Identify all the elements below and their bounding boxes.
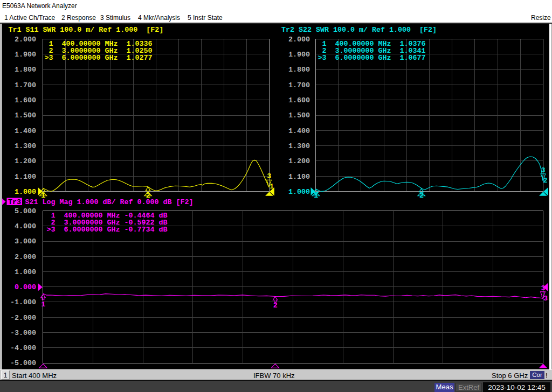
svg-text:-5.000: -5.000: [10, 359, 36, 367]
svg-text:4.000: 4.000: [15, 222, 36, 230]
svg-text:S21 Log Mag 1.000 dB/ Ref 0.00: S21 Log Mag 1.000 dB/ Ref 0.000 dB [F2]: [25, 198, 194, 206]
svg-text:0.000: 0.000: [15, 283, 36, 291]
svg-text:1.100: 1.100: [15, 173, 36, 181]
svg-text:>3 6.0000000 GHz -0.7734 dB: >3 6.0000000 GHz -0.7734 dB: [47, 226, 168, 234]
svg-text:1.000: 1.000: [15, 268, 36, 276]
svg-text:1.900: 1.900: [288, 51, 310, 59]
svg-text:>3 6.0000000 GHz 1.0677: >3 6.0000000 GHz 1.0677: [318, 54, 426, 62]
svg-text:2.000: 2.000: [288, 36, 310, 44]
svg-text:1.800: 1.800: [288, 66, 310, 74]
svg-text:-3.000: -3.000: [10, 329, 36, 337]
svg-text:>3 6.0000000 GHz 1.0277: >3 6.0000000 GHz 1.0277: [45, 54, 153, 62]
svg-text:1.400: 1.400: [288, 127, 310, 135]
svg-text:1.900: 1.900: [15, 51, 36, 59]
svg-text:-1.000: -1.000: [10, 298, 36, 306]
svg-text:1.300: 1.300: [288, 142, 310, 150]
svg-text:1: 1: [41, 300, 45, 309]
svg-text:1.700: 1.700: [288, 81, 310, 89]
svg-text:3.000: 3.000: [15, 237, 36, 246]
svg-text:1.600: 1.600: [288, 96, 310, 104]
svg-text:Tr3: Tr3: [8, 198, 21, 206]
svg-text:1.000: 1.000: [288, 188, 310, 196]
svg-text:1.200: 1.200: [15, 157, 36, 165]
svg-text:1.600: 1.600: [15, 96, 36, 104]
svg-text:1.300: 1.300: [15, 142, 36, 150]
svg-text:5.000: 5.000: [15, 207, 36, 215]
svg-text:1.200: 1.200: [288, 157, 310, 165]
svg-text:2.000: 2.000: [15, 253, 36, 261]
svg-text:1.100: 1.100: [288, 173, 310, 181]
svg-text:2.000: 2.000: [15, 36, 36, 44]
svg-text:3: 3: [541, 284, 546, 292]
svg-text:1.700: 1.700: [15, 81, 36, 89]
svg-text:-4.000: -4.000: [10, 344, 36, 352]
svg-text:Tr1 S11 SWR 100.0 m/ Ref 1.000: Tr1 S11 SWR 100.0 m/ Ref 1.000 [F2]: [8, 26, 163, 34]
svg-text:1: 1: [270, 183, 274, 191]
svg-text:Tr2 S22 SWR 100.0 m/ Ref 1.000: Tr2 S22 SWR 100.0 m/ Ref 1.000 [F2]: [281, 26, 437, 34]
svg-text:1.400: 1.400: [15, 127, 36, 135]
svg-text:1.500: 1.500: [288, 111, 310, 120]
svg-text:-2.000: -2.000: [10, 314, 36, 322]
svg-text:3: 3: [541, 166, 546, 174]
svg-text:2: 2: [146, 192, 150, 200]
svg-text:2: 2: [543, 177, 547, 185]
svg-text:1: 1: [41, 192, 45, 200]
svg-text:2: 2: [419, 192, 424, 200]
svg-text:1.800: 1.800: [15, 66, 36, 74]
svg-text:1: 1: [314, 192, 318, 200]
svg-text:3: 3: [267, 172, 271, 180]
svg-text:2: 2: [273, 302, 278, 310]
svg-text:3: 3: [543, 295, 548, 303]
svg-text:1.000: 1.000: [15, 188, 36, 196]
svg-text:1.500: 1.500: [15, 111, 36, 120]
